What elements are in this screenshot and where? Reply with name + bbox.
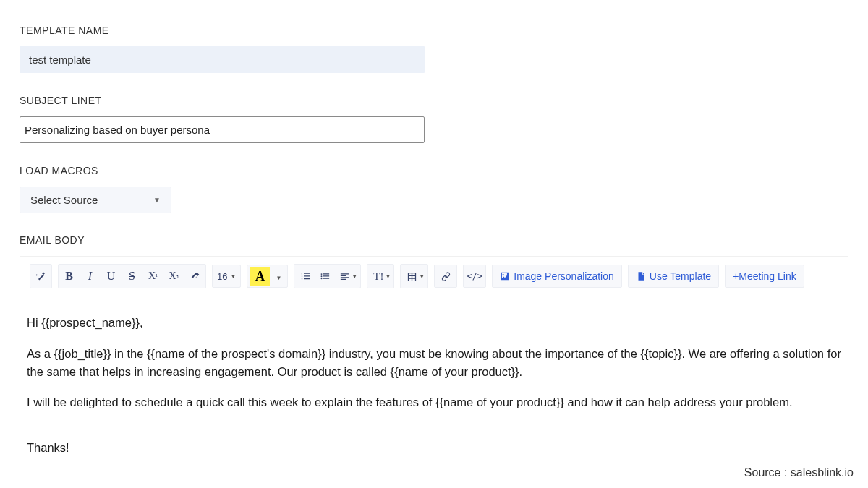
meeting-link-button[interactable]: +Meeting Link xyxy=(725,265,804,288)
font-color-icon: A xyxy=(250,267,270,286)
chevron-down-icon: ▼ xyxy=(352,273,357,280)
unordered-list-icon xyxy=(320,271,331,282)
template-name-label: TEMPLATE NAME xyxy=(20,25,848,36)
clear-format-button[interactable] xyxy=(184,265,205,288)
font-size-select[interactable]: 16 ▼ xyxy=(212,265,241,288)
ordered-list-button[interactable] xyxy=(294,265,314,288)
use-template-label: Use Template xyxy=(650,270,711,282)
link-icon xyxy=(441,271,451,282)
strikethrough-button[interactable]: S xyxy=(122,265,142,288)
align-icon xyxy=(339,271,350,282)
source-credit: Source : salesblink.io xyxy=(744,466,854,479)
table-icon xyxy=(407,271,417,282)
insert-table-button[interactable]: ▼ xyxy=(401,265,427,288)
body-greeting: Hi {{prospect_name}}, xyxy=(27,314,841,332)
chevron-down-icon: ▼ xyxy=(276,275,281,281)
bold-button[interactable]: B xyxy=(59,265,80,288)
email-body-editor[interactable]: Hi {{prospect_name}}, As a {{job_title}}… xyxy=(20,296,848,477)
use-template-button[interactable]: Use Template xyxy=(628,265,719,288)
paragraph-style-button[interactable]: T! ▼ xyxy=(367,265,393,288)
chevron-down-icon: ▼ xyxy=(419,273,425,280)
chevron-down-icon: ▼ xyxy=(385,273,391,280)
code-view-button[interactable]: </> xyxy=(463,265,486,288)
subject-line-input[interactable] xyxy=(20,116,425,143)
meeting-link-label: +Meeting Link xyxy=(733,270,796,282)
italic-button[interactable]: I xyxy=(80,265,101,288)
magic-wand-icon xyxy=(35,270,47,283)
subject-line-label: SUBJECT LINET xyxy=(20,95,848,106)
eraser-icon xyxy=(190,271,200,281)
align-button[interactable]: ▼ xyxy=(333,265,360,288)
magic-wand-button[interactable] xyxy=(30,265,51,288)
body-closing: Thanks! xyxy=(27,439,841,457)
chevron-down-icon: ▼ xyxy=(153,196,161,204)
paragraph-style-label: T! xyxy=(373,270,383,283)
insert-link-button[interactable] xyxy=(434,265,457,288)
superscript-button[interactable]: X xyxy=(142,265,163,288)
template-name-input[interactable] xyxy=(20,46,425,73)
editor-toolbar: B I U S X X 16 ▼ A ▼ xyxy=(20,256,848,296)
font-size-value: 16 xyxy=(217,271,227,282)
font-color-button[interactable]: A ▼ xyxy=(247,265,288,288)
subscript-button[interactable]: X xyxy=(163,265,184,288)
file-icon xyxy=(636,271,646,281)
image-icon xyxy=(500,271,510,281)
image-personalization-button[interactable]: Image Personalization xyxy=(492,265,622,288)
macro-source-value: Select Source xyxy=(30,194,98,206)
chevron-down-icon: ▼ xyxy=(230,273,236,280)
load-macros-label: LOAD MACROS xyxy=(20,165,848,176)
macro-source-select[interactable]: Select Source ▼ xyxy=(20,187,171,213)
body-paragraph-2: I will be delighted to schedule a quick … xyxy=(27,393,841,411)
ordered-list-icon xyxy=(300,271,311,282)
image-personalization-label: Image Personalization xyxy=(514,270,614,282)
underline-button[interactable]: U xyxy=(101,265,122,288)
body-paragraph-1: As a {{job_title}} in the {{name of the … xyxy=(27,345,841,381)
unordered-list-button[interactable] xyxy=(314,265,333,288)
email-body-label: EMAIL BODY xyxy=(20,234,848,246)
